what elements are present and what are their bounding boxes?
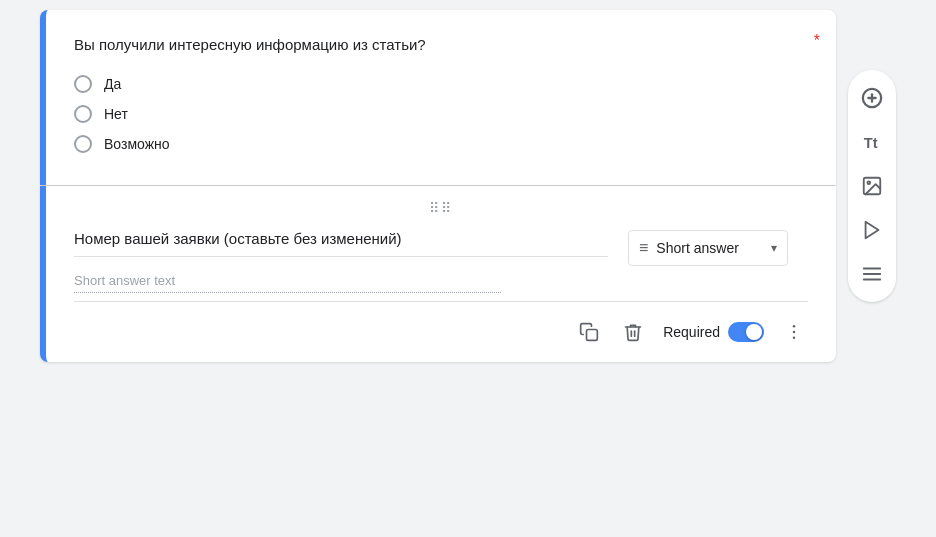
card2-question-title: Номер вашей заявки (оставьте без изменен… bbox=[74, 228, 608, 258]
add-title-button[interactable]: Tt bbox=[852, 122, 892, 162]
card-left: Номер вашей заявки (оставьте без изменен… bbox=[74, 228, 608, 294]
radio-option-maybe[interactable]: Возможно bbox=[74, 135, 808, 153]
more-options-button[interactable] bbox=[780, 318, 808, 346]
add-section-button[interactable] bbox=[852, 254, 892, 294]
card-short-answer: ⠿⠿ Номер вашей заявки (оставьте без изме… bbox=[40, 186, 836, 363]
svg-rect-0 bbox=[587, 330, 598, 341]
radio-label-maybe: Возможно bbox=[104, 136, 170, 152]
type-selector[interactable]: ≡ Short answer ▾ bbox=[628, 230, 788, 266]
question-title: Вы получили интересную информацию из ста… bbox=[74, 34, 808, 57]
sidebar-toolbar: Tt bbox=[848, 70, 896, 302]
required-toggle[interactable] bbox=[728, 322, 764, 342]
add-video-button[interactable] bbox=[852, 210, 892, 250]
svg-point-1 bbox=[793, 325, 796, 328]
radio-label-yes: Да bbox=[104, 76, 121, 92]
type-label: Short answer bbox=[656, 240, 763, 256]
toggle-knob bbox=[746, 324, 762, 340]
delete-button[interactable] bbox=[619, 318, 647, 346]
required-indicator: * bbox=[814, 32, 820, 50]
card-radio-question: * Вы получили интересную информацию из с… bbox=[40, 10, 836, 185]
svg-point-3 bbox=[793, 337, 796, 340]
cards-area: * Вы получили интересную информацию из с… bbox=[40, 10, 836, 362]
chevron-down-icon: ▾ bbox=[771, 241, 777, 255]
type-icon: ≡ bbox=[639, 239, 648, 257]
required-toggle-area: Required bbox=[663, 322, 764, 342]
card-footer: Required bbox=[74, 301, 808, 346]
radio-label-no: Нет bbox=[104, 106, 128, 122]
radio-circle-maybe bbox=[74, 135, 92, 153]
add-image-button[interactable] bbox=[852, 166, 892, 206]
duplicate-button[interactable] bbox=[575, 318, 603, 346]
radio-option-no[interactable]: Нет bbox=[74, 105, 808, 123]
card-right: ≡ Short answer ▾ bbox=[628, 230, 808, 266]
card-body: Номер вашей заявки (оставьте без изменен… bbox=[74, 228, 808, 294]
svg-marker-10 bbox=[866, 222, 879, 239]
short-answer-placeholder: Short answer text bbox=[74, 273, 501, 293]
required-label: Required bbox=[663, 324, 720, 340]
svg-text:Tt: Tt bbox=[864, 135, 878, 151]
radio-circle-yes bbox=[74, 75, 92, 93]
radio-option-yes[interactable]: Да bbox=[74, 75, 808, 93]
svg-point-9 bbox=[867, 181, 870, 184]
svg-point-2 bbox=[793, 331, 796, 334]
radio-circle-no bbox=[74, 105, 92, 123]
drag-handle[interactable]: ⠿⠿ bbox=[74, 194, 808, 228]
add-question-button[interactable] bbox=[852, 78, 892, 118]
main-area: * Вы получили интересную информацию из с… bbox=[0, 10, 936, 362]
